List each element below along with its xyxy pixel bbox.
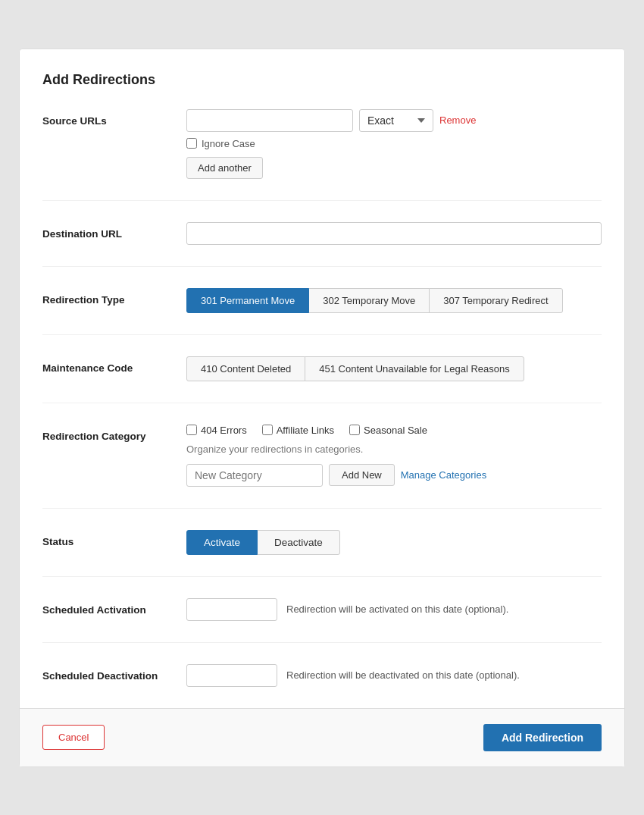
deactivate-button[interactable]: Deactivate	[257, 530, 340, 555]
redirection-type-row: Redirection Type 301 Permanent Move 302 …	[42, 288, 602, 313]
destination-url-content	[186, 222, 602, 245]
redirection-category-label: Redirection Category	[42, 425, 186, 442]
source-url-input[interactable]	[186, 109, 353, 132]
scheduled-activation-label: Scheduled Activation	[42, 598, 186, 616]
ignore-case-row: Ignore Case	[186, 138, 602, 149]
add-new-category-button[interactable]: Add New	[329, 464, 395, 486]
category-checkboxes: 404 Errors Affiliate Links Seasonal Sale	[186, 425, 602, 436]
page-title: Add Redirections	[42, 72, 602, 88]
manage-categories-link[interactable]: Manage Categories	[401, 469, 486, 481]
divider-7	[42, 642, 602, 643]
category-seasonal-item: Seasonal Sale	[349, 425, 427, 436]
redirection-type-content: 301 Permanent Move 302 Temporary Move 30…	[186, 288, 602, 313]
cancel-button[interactable]: Cancel	[42, 725, 105, 750]
divider-4	[42, 403, 602, 403]
ignore-case-label: Ignore Case	[202, 138, 255, 149]
category-affiliate-checkbox[interactable]	[262, 425, 273, 435]
redirection-type-buttons: 301 Permanent Move 302 Temporary Move 30…	[186, 288, 602, 313]
status-row: Status Activate Deactivate	[42, 530, 602, 555]
destination-url-input[interactable]	[186, 222, 602, 245]
scheduled-deactivation-hint: Redirection will be deactivated on this …	[286, 669, 520, 681]
type-301-button[interactable]: 301 Permanent Move	[186, 288, 309, 313]
category-seasonal-checkbox[interactable]	[349, 425, 360, 435]
category-affiliate-item: Affiliate Links	[262, 425, 334, 436]
ignore-case-checkbox[interactable]	[186, 138, 197, 149]
scheduled-deactivation-input[interactable]	[186, 664, 277, 687]
divider-3	[42, 334, 602, 335]
category-hint: Organize your redirections in categories…	[186, 444, 602, 455]
source-url-input-row: Exact Regex Contains Remove	[186, 109, 602, 132]
category-add-row: Add New Manage Categories	[186, 464, 602, 487]
scheduled-deactivation-row: Scheduled Deactivation Redirection will …	[42, 664, 602, 687]
destination-url-row: Destination URL	[42, 222, 602, 245]
maintenance-code-label: Maintenance Code	[42, 356, 186, 374]
maint-410-button[interactable]: 410 Content Deleted	[186, 356, 305, 381]
redirection-type-label: Redirection Type	[42, 288, 186, 306]
add-another-button[interactable]: Add another	[186, 157, 263, 179]
maint-451-button[interactable]: 451 Content Unavailable for Legal Reason…	[305, 356, 524, 381]
redirection-category-content: 404 Errors Affiliate Links Seasonal Sale…	[186, 425, 602, 487]
source-urls-content: Exact Regex Contains Remove Ignore Case …	[186, 109, 602, 179]
scheduled-deactivation-input-row: Redirection will be deactivated on this …	[186, 664, 602, 687]
divider-5	[42, 508, 602, 509]
maintenance-code-buttons: 410 Content Deleted 451 Content Unavaila…	[186, 356, 602, 381]
match-type-select[interactable]: Exact Regex Contains	[359, 109, 433, 132]
maintenance-code-content: 410 Content Deleted 451 Content Unavaila…	[186, 356, 602, 381]
add-redirections-card: Add Redirections Source URLs Exact Regex…	[19, 49, 625, 767]
scheduled-activation-hint: Redirection will be activated on this da…	[286, 603, 508, 615]
status-label: Status	[42, 530, 186, 547]
scheduled-activation-row: Scheduled Activation Redirection will be…	[42, 598, 602, 621]
category-404-checkbox[interactable]	[186, 425, 197, 435]
divider-2	[42, 266, 602, 267]
source-urls-row: Source URLs Exact Regex Contains Remove …	[42, 109, 602, 179]
activate-button[interactable]: Activate	[186, 530, 258, 555]
divider-6	[42, 576, 602, 577]
remove-source-url-button[interactable]: Remove	[439, 114, 476, 126]
maintenance-code-row: Maintenance Code 410 Content Deleted 451…	[42, 356, 602, 381]
status-buttons: Activate Deactivate	[186, 530, 602, 555]
scheduled-activation-input[interactable]	[186, 598, 277, 621]
type-302-button[interactable]: 302 Temporary Move	[308, 288, 430, 313]
scheduled-deactivation-label: Scheduled Deactivation	[42, 664, 186, 682]
scheduled-activation-content: Redirection will be activated on this da…	[186, 598, 602, 621]
status-content: Activate Deactivate	[186, 530, 602, 555]
destination-url-label: Destination URL	[42, 222, 186, 240]
scheduled-deactivation-content: Redirection will be deactivated on this …	[186, 664, 602, 687]
category-seasonal-label: Seasonal Sale	[364, 425, 427, 436]
category-affiliate-label: Affiliate Links	[277, 425, 334, 436]
scheduled-activation-input-row: Redirection will be activated on this da…	[186, 598, 602, 621]
source-urls-label: Source URLs	[42, 109, 186, 127]
add-redirection-button[interactable]: Add Redirection	[483, 724, 602, 751]
type-307-button[interactable]: 307 Temporary Redirect	[429, 288, 563, 313]
card-footer: Cancel Add Redirection	[20, 708, 624, 766]
divider-1	[42, 200, 602, 201]
new-category-input[interactable]	[186, 464, 323, 487]
redirection-category-row: Redirection Category 404 Errors Affiliat…	[42, 425, 602, 487]
category-404-item: 404 Errors	[186, 425, 247, 436]
category-404-label: 404 Errors	[201, 425, 247, 436]
